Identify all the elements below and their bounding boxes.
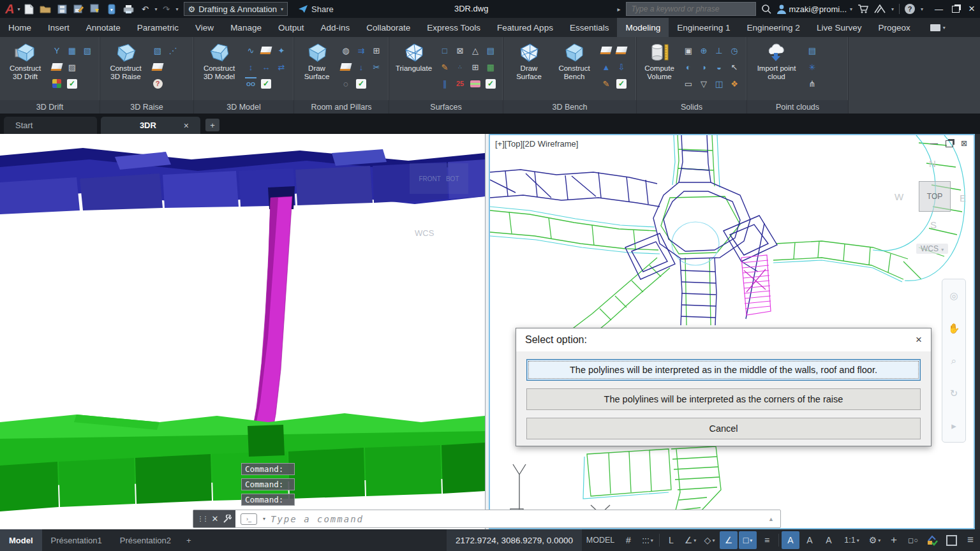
ribbon-tab-parametric[interactable]: Parametric bbox=[129, 18, 187, 37]
panel-label-3d-drift[interactable]: 3D Drift bbox=[0, 100, 100, 114]
coordinates-readout[interactable]: 2172.9724, 3086.9279, 0.0000 bbox=[447, 529, 582, 551]
app-store-cart-icon[interactable] bbox=[858, 4, 869, 14]
crosshair-button[interactable]: + bbox=[885, 531, 903, 549]
viewport-close-icon[interactable]: ⊠ bbox=[961, 139, 967, 148]
viewport-restore-icon[interactable] bbox=[946, 140, 953, 147]
command-tools-icon[interactable] bbox=[223, 515, 232, 524]
sphere-icon[interactable]: ◍ bbox=[340, 45, 352, 56]
measure-solid-icon[interactable]: ⊥ bbox=[713, 45, 725, 56]
points-path-icon[interactable]: ⋰ bbox=[167, 45, 179, 56]
polar-tracking-toggle[interactable]: ∠▾ bbox=[681, 531, 699, 549]
undo-caret-icon[interactable]: ▾ bbox=[154, 6, 157, 12]
viewport-minimize-icon[interactable]: — bbox=[930, 139, 938, 148]
plot-icon[interactable] bbox=[121, 2, 136, 16]
panel-label-solids[interactable]: Solids bbox=[637, 100, 746, 114]
panel-label-surfaces[interactable]: Surfaces bbox=[389, 100, 503, 114]
ribbon-tab-addins[interactable]: Add-ins bbox=[312, 18, 358, 37]
ribbon-tab-view[interactable]: View bbox=[187, 18, 222, 37]
slice-box-icon[interactable]: ◫ bbox=[713, 78, 725, 89]
project-down-icon[interactable]: ⇩ bbox=[616, 61, 627, 73]
viewcube-west[interactable]: W bbox=[895, 191, 903, 202]
lineweight-toggle[interactable]: ≡ bbox=[758, 531, 776, 549]
model-space-toggle[interactable]: MODEL bbox=[583, 531, 618, 549]
validate-check-icon[interactable]: ✓ bbox=[616, 79, 627, 89]
new-drawing-tab-button[interactable]: + bbox=[205, 119, 219, 131]
funnel-tool-icon[interactable]: Y bbox=[51, 45, 63, 56]
undo-icon[interactable]: ↶ bbox=[137, 2, 152, 16]
help-caret-icon[interactable]: ▾ bbox=[921, 6, 923, 12]
viewcube-east[interactable]: E bbox=[960, 193, 966, 203]
graphics-performance-button[interactable] bbox=[923, 531, 941, 549]
recent-commands-caret-icon[interactable]: ▾ bbox=[263, 516, 265, 522]
panel-label-3d-raise[interactable]: 3D Raise bbox=[100, 100, 193, 114]
surface-wedge-icon[interactable] bbox=[616, 47, 628, 54]
surface-wedge-icon[interactable] bbox=[152, 63, 164, 71]
app-menu-caret-icon[interactable]: ▾ bbox=[17, 6, 20, 12]
compass-icon[interactable]: ◷ bbox=[729, 45, 740, 56]
colored-grid-icon[interactable]: ▦ bbox=[485, 61, 496, 73]
share-button[interactable]: Share bbox=[298, 4, 334, 14]
pin-surface-icon[interactable]: ↓ bbox=[355, 61, 367, 73]
autodesk-caret-icon[interactable]: ▾ bbox=[891, 6, 894, 12]
subtract-icon[interactable]: ◒ bbox=[713, 61, 725, 73]
isometric-drafting-toggle[interactable]: ◇▾ bbox=[701, 531, 718, 549]
autoscale-toggle[interactable]: A bbox=[801, 531, 819, 549]
annotation-scale-button[interactable]: A bbox=[820, 531, 838, 549]
workspace-selector[interactable]: ⚙ Drafting & Annotation ▾ bbox=[184, 2, 288, 16]
construct-bench-button[interactable]: Construct Bench bbox=[553, 40, 595, 97]
copy-solid-icon[interactable]: ▣ bbox=[683, 45, 694, 56]
surface-wedge-icon[interactable] bbox=[600, 47, 612, 54]
contour-25-icon[interactable]: 25 bbox=[454, 78, 466, 89]
window-restore-icon[interactable] bbox=[952, 6, 960, 13]
validate-check-icon[interactable]: ✓ bbox=[356, 79, 366, 89]
customization-gear-button[interactable]: ⚙▾ bbox=[866, 531, 884, 549]
add-solid-icon[interactable]: ⊕ bbox=[698, 45, 709, 56]
autodesk-logo-icon[interactable] bbox=[874, 4, 886, 13]
layout-tab-presentation2[interactable]: Présentation2 bbox=[111, 529, 180, 551]
save-as-icon[interactable] bbox=[71, 2, 86, 16]
autocad-logo-icon[interactable]: A bbox=[4, 2, 15, 17]
command-expand-icon[interactable]: ▲ bbox=[768, 516, 774, 522]
ribbon-tab-manage[interactable]: Manage bbox=[222, 18, 270, 37]
draw-surface-button[interactable]: Draw Surface bbox=[299, 40, 335, 97]
redo-caret-icon[interactable]: ▾ bbox=[175, 6, 178, 12]
points-310-icon[interactable]: ∴ bbox=[454, 61, 466, 73]
bench-triangle-icon[interactable]: ▲ bbox=[600, 61, 612, 73]
cloud-file-icon[interactable]: ▤ bbox=[806, 45, 818, 56]
ribbon-tab-collaborate[interactable]: Collaborate bbox=[358, 18, 419, 37]
validate-check-icon[interactable]: ✓ bbox=[261, 79, 271, 89]
break-lines-icon[interactable]: ∥ bbox=[439, 78, 450, 89]
layer-stack-icon[interactable] bbox=[470, 80, 480, 87]
panel-label-point-clouds[interactable]: Point clouds bbox=[747, 100, 848, 114]
bend-surface-icon[interactable]: ∿ bbox=[245, 45, 256, 56]
new-layout-button[interactable]: + bbox=[180, 536, 198, 545]
ribbon-tab-engineering1[interactable]: Engineering 1 bbox=[669, 18, 738, 37]
window-close-icon[interactable]: × bbox=[969, 3, 975, 15]
annotation-visibility-toggle[interactable]: A bbox=[782, 531, 799, 549]
cloud-sphere-icon[interactable]: ✳ bbox=[806, 61, 818, 73]
cancel-button[interactable]: Cancel bbox=[526, 418, 921, 439]
viewcube[interactable]: N W TOP E S WCS ▾ bbox=[914, 154, 975, 256]
surface-wedge-icon[interactable] bbox=[51, 63, 63, 71]
dialog-close-icon[interactable]: × bbox=[916, 334, 922, 346]
explode-icon[interactable]: ❖ bbox=[729, 78, 740, 89]
sphere-points-icon[interactable]: ◌ bbox=[340, 78, 352, 89]
triangulate-button[interactable]: Triangulate bbox=[394, 40, 434, 97]
cross-box-icon[interactable]: ⊠ bbox=[454, 45, 466, 56]
isolate-objects-button[interactable]: ◻○ bbox=[904, 531, 922, 549]
pan-hand-icon[interactable]: ✋ bbox=[948, 323, 960, 334]
ribbon-tab-annotate[interactable]: Annotate bbox=[78, 18, 129, 37]
surface-wedge-icon[interactable] bbox=[340, 63, 352, 71]
search-box[interactable] bbox=[626, 2, 756, 16]
panel-label-3d-bench[interactable]: 3D Bench bbox=[503, 100, 636, 114]
ribbon-tab-progeox[interactable]: Progeox bbox=[870, 18, 918, 37]
validate-check-icon[interactable]: ✓ bbox=[486, 79, 496, 89]
navigation-bar[interactable]: ◎ ✋ ⌕ ↻ ▸ bbox=[942, 279, 966, 443]
slice-top-icon[interactable]: ▭ bbox=[683, 78, 694, 89]
raise-box-icon[interactable]: ▧ bbox=[152, 45, 163, 56]
measure-vertical-icon[interactable]: ↕ bbox=[245, 61, 256, 73]
option-middle-walls-button[interactable]: The polylines will be interpreted as in … bbox=[526, 359, 921, 381]
recent-commands-icon[interactable]: ›_ bbox=[241, 513, 257, 525]
command-input[interactable]: ›_ ▾ Type a command ▲ bbox=[235, 510, 780, 527]
showmotion-icon[interactable]: ▸ bbox=[951, 420, 956, 432]
